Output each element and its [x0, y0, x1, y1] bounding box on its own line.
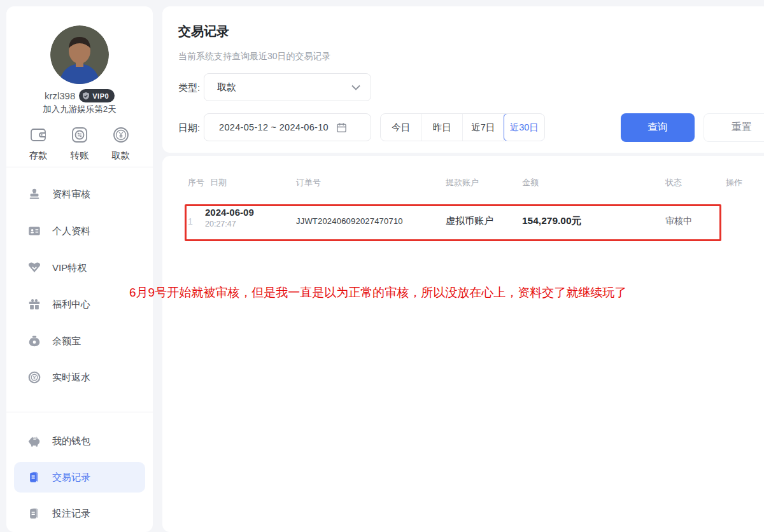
page-title: 交易记录 [178, 23, 229, 40]
sidebar-divider [6, 167, 153, 167]
betting-records-icon [27, 507, 41, 521]
gift-icon [27, 297, 41, 311]
column-header-amount: 金额 [522, 177, 539, 188]
date-range-value: 2024-05-12 ~ 2024-06-10 [219, 122, 329, 132]
avatar-image [50, 25, 109, 84]
range-7days-button[interactable]: 近7日 [463, 114, 504, 141]
type-select[interactable]: 取款 [204, 73, 371, 101]
sidebar-item-label: 实时返水 [52, 372, 90, 384]
column-header-order: 订单号 [296, 177, 321, 188]
quick-actions: 存款 转账 取款 [6, 125, 153, 162]
sidebar-item-betting-records[interactable]: 投注记录 [14, 498, 145, 529]
type-filter-label: 类型: [178, 82, 200, 94]
vip-badge: VIP0 [79, 89, 115, 102]
row-amount: 154,279.00元 [522, 214, 581, 228]
rebate-cycle-icon [27, 370, 41, 384]
page: { "sidebar": { "username": "krzl398", "v… [0, 0, 764, 532]
sidebar-item-label: 福利中心 [52, 298, 90, 311]
sidebar-item-label: 个人资料 [52, 225, 90, 237]
sidebar-item-label: 投注记录 [52, 508, 90, 520]
sidebar-item-vip[interactable]: VIP特权 [14, 253, 145, 283]
sidebar-item-transaction-records[interactable]: 交易记录 [14, 462, 145, 493]
stamp-icon [27, 187, 41, 201]
quick-action-label: 取款 [111, 150, 130, 162]
column-header-status: 状态 [665, 177, 682, 188]
row-withdraw-account: 虚拟币账户 [446, 215, 493, 227]
column-header-date: 日期 [210, 177, 227, 188]
row-date-block: 2024-06-09 20:27:47 [205, 207, 254, 228]
row-order-number: JJWT202406092027470710 [296, 216, 403, 226]
avatar[interactable] [50, 25, 109, 84]
user-line: krzl398VIP0 [6, 89, 153, 102]
money-bag-icon [27, 334, 41, 348]
sidebar-item-yuebao[interactable]: 余额宝 [14, 326, 145, 356]
date-filter-label: 日期: [178, 122, 200, 134]
sidebar-item-label: 资料审核 [52, 188, 90, 200]
range-30days-button[interactable]: 近30日 [504, 113, 546, 141]
join-days-text: 加入九游娱乐第2天 [6, 104, 153, 115]
sidebar-item-label: 交易记录 [52, 472, 90, 484]
sidebar-item-label: 余额宝 [52, 335, 81, 347]
records-panel: 序号 日期 订单号 提款账户 金额 状态 操作 1 2024-06-09 20:… [162, 156, 764, 532]
row-index: 1 [188, 216, 193, 227]
quick-action-label: 存款 [29, 150, 48, 162]
sidebar: krzl398VIP0 加入九游娱乐第2天 存款 转账 [6, 6, 153, 532]
quick-range-group: 今日 昨日 近7日 近30日 [380, 113, 545, 141]
withdraw-button[interactable]: 取款 [111, 125, 131, 162]
filter-panel: 交易记录 当前系统支持查询最近30日的交易记录 类型: 取款 日期: 2024-… [162, 6, 764, 153]
type-select-value: 取款 [217, 81, 236, 94]
sidebar-item-label: VIP特权 [52, 262, 87, 274]
transaction-records-icon [27, 470, 41, 484]
annotation-text: 6月9号开始就被审核，但是我一直是以为正常的审核，所以没放在心上，资料交了就继续… [129, 284, 626, 301]
date-range-input[interactable]: 2024-05-12 ~ 2024-06-10 [204, 113, 371, 141]
sidebar-item-wallet[interactable]: 我的钱包 [14, 426, 145, 456]
column-header-action: 操作 [726, 177, 742, 188]
row-date: 2024-06-09 [205, 207, 254, 218]
piggy-bank-icon [27, 434, 41, 448]
range-yesterday-button[interactable]: 昨日 [422, 114, 463, 141]
range-today-button[interactable]: 今日 [381, 114, 422, 141]
quick-action-label: 转账 [70, 150, 88, 162]
vip-gem-icon [27, 261, 41, 275]
row-time: 20:27:47 [205, 220, 254, 228]
sidebar-item-rebate[interactable]: 实时返水 [14, 362, 145, 393]
vip-shield-icon [81, 92, 90, 101]
calendar-icon [336, 122, 347, 133]
deposit-button[interactable]: 存款 [28, 125, 48, 162]
username: krzl398 [45, 90, 75, 101]
query-button[interactable]: 查询 [621, 113, 695, 142]
transfer-icon [69, 125, 90, 145]
sidebar-item-profile[interactable]: 个人资料 [14, 216, 145, 246]
sidebar-item-label: 我的钱包 [52, 435, 90, 447]
row-status: 审核中 [665, 216, 692, 227]
wallet-icon [28, 125, 48, 145]
column-header-index: 序号 [188, 177, 204, 188]
chevron-down-icon [351, 85, 360, 90]
withdraw-yuan-icon [111, 125, 131, 145]
column-header-account: 提款账户 [446, 177, 479, 188]
page-subtitle: 当前系统支持查询最近30日的交易记录 [178, 51, 331, 62]
sidebar-divider [6, 412, 153, 412]
sidebar-item-data-review[interactable]: 资料审核 [14, 179, 145, 209]
transfer-button[interactable]: 转账 [69, 125, 90, 162]
reset-button[interactable]: 重置 [704, 113, 764, 142]
id-card-icon [27, 224, 41, 238]
sidebar-item-welfare[interactable]: 福利中心 [14, 289, 145, 319]
vip-badge-label: VIP0 [92, 92, 109, 100]
